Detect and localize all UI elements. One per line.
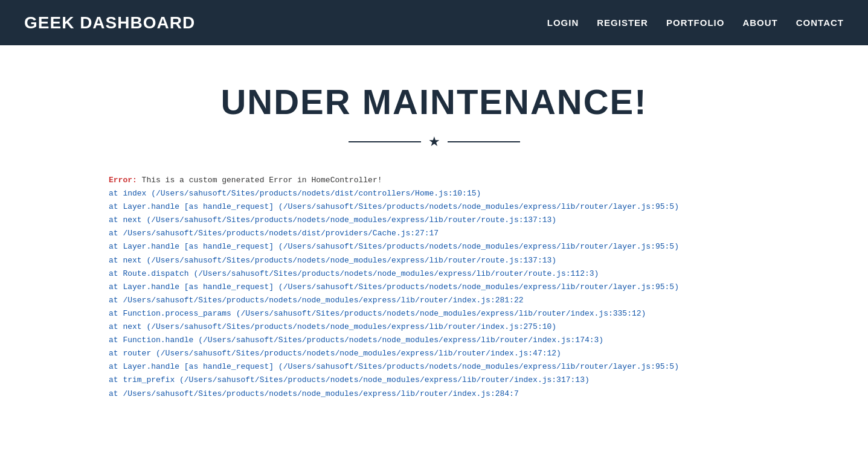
- nav-item-about[interactable]: ABOUT: [742, 18, 777, 28]
- nav-link-login[interactable]: LOGIN: [547, 18, 579, 28]
- nav-link-portfolio[interactable]: PORTFOLIO: [666, 18, 725, 28]
- error-label: Error:: [109, 176, 137, 185]
- error-block: Error: This is a custom generated Error …: [12, 174, 856, 401]
- stack-line: at /Users/sahusoft/Sites/products/nodets…: [109, 387, 759, 401]
- stack-line: at Layer.handle [as handle_request] (/Us…: [109, 360, 759, 374]
- stack-line: at /Users/sahusoft/Sites/products/nodets…: [109, 227, 759, 240]
- stack-line: at Layer.handle [as handle_request] (/Us…: [109, 281, 759, 294]
- star-icon: ★: [428, 134, 440, 150]
- nav-item-register[interactable]: REGISTER: [597, 18, 648, 28]
- error-first-line: Error: This is a custom generated Error …: [109, 174, 759, 187]
- stack-line: at Function.process_params (/Users/sahus…: [109, 307, 759, 320]
- nav-item-portfolio[interactable]: PORTFOLIO: [666, 18, 725, 28]
- stack-line: at /Users/sahusoft/Sites/products/nodets…: [109, 294, 759, 307]
- error-message: This is a custom generated Error in Home…: [137, 176, 382, 185]
- divider-line-right: [448, 141, 520, 142]
- title-divider: ★: [12, 134, 856, 150]
- stack-line: at Layer.handle [as handle_request] (/Us…: [109, 240, 759, 253]
- main-content: UNDER MAINTENANCE! ★ Error: This is a cu…: [0, 45, 868, 425]
- stack-line: at trim_prefix (/Users/sahusoft/Sites/pr…: [109, 374, 759, 387]
- stack-line: at next (/Users/sahusoft/Sites/products/…: [109, 214, 759, 227]
- navbar: GEEK DASHBOARD LOGINREGISTERPORTFOLIOABO…: [0, 0, 868, 45]
- stack-line: at index (/Users/sahusoft/Sites/products…: [109, 187, 759, 200]
- nav-links: LOGINREGISTERPORTFOLIOABOUTCONTACT: [547, 18, 844, 28]
- nav-link-about[interactable]: ABOUT: [742, 18, 777, 28]
- stack-line: at router (/Users/sahusoft/Sites/product…: [109, 347, 759, 360]
- stack-line: at next (/Users/sahusoft/Sites/products/…: [109, 254, 759, 267]
- error-stack: at index (/Users/sahusoft/Sites/products…: [109, 187, 759, 401]
- stack-line: at Route.dispatch (/Users/sahusoft/Sites…: [109, 267, 759, 281]
- nav-link-register[interactable]: REGISTER: [597, 18, 648, 28]
- nav-item-login[interactable]: LOGIN: [547, 18, 579, 28]
- stack-line: at Layer.handle [as handle_request] (/Us…: [109, 200, 759, 214]
- nav-item-contact[interactable]: CONTACT: [796, 18, 844, 28]
- page-title: UNDER MAINTENANCE!: [12, 81, 856, 122]
- stack-line: at Function.handle (/Users/sahusoft/Site…: [109, 334, 759, 347]
- stack-line: at next (/Users/sahusoft/Sites/products/…: [109, 320, 759, 334]
- divider-line-left: [349, 141, 421, 142]
- nav-link-contact[interactable]: CONTACT: [796, 18, 844, 28]
- brand-logo: GEEK DASHBOARD: [24, 13, 195, 33]
